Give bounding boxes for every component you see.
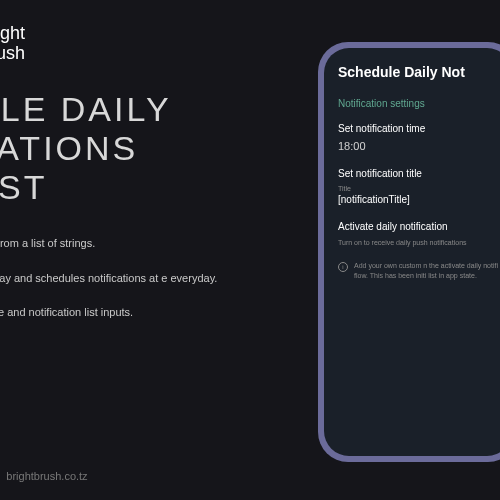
footer-site: brightbrush.co.tz: [6, 470, 87, 482]
title-label: Set notification title: [338, 168, 498, 179]
activate-label[interactable]: Activate daily notification: [338, 221, 498, 232]
logo: right rush: [0, 24, 25, 64]
footer: Exaud | brightbrush.co.tz: [0, 470, 88, 482]
info-row: i Add your own custom n the activate dai…: [338, 261, 498, 281]
bullet-item: ough the string array and schedules noti…: [0, 270, 217, 287]
section-label: Notification settings: [338, 98, 498, 109]
bullet-item: local notifications from a list of strin…: [0, 235, 217, 252]
bullet-list: local notifications from a list of strin…: [0, 235, 217, 339]
title-line3: M LIST: [0, 168, 172, 207]
activate-desc: Turn on to receive daily push notificati…: [338, 238, 498, 247]
title-input[interactable]: [notificationTitle]: [338, 194, 498, 205]
logo-line2: rush: [0, 44, 25, 64]
logo-line1: right: [0, 24, 25, 44]
screen-title: Schedule Daily Not: [338, 64, 498, 80]
time-label: Set notification time: [338, 123, 498, 134]
phone-screen: Schedule Daily Not Notification settings…: [324, 48, 500, 456]
title-line2: IFICATIONS: [0, 129, 172, 168]
info-text: Add your own custom n the activate daily…: [354, 261, 498, 281]
title-line1: EDULE DAILY: [0, 90, 172, 129]
info-icon: i: [338, 262, 348, 272]
page-title: EDULE DAILY IFICATIONS M LIST: [0, 90, 172, 207]
phone-mockup: Schedule Daily Not Notification settings…: [318, 42, 500, 462]
bullet-item: me, notification title and notification …: [0, 304, 217, 321]
title-sublabel: Title: [338, 185, 498, 192]
time-value[interactable]: 18:00: [338, 140, 498, 152]
